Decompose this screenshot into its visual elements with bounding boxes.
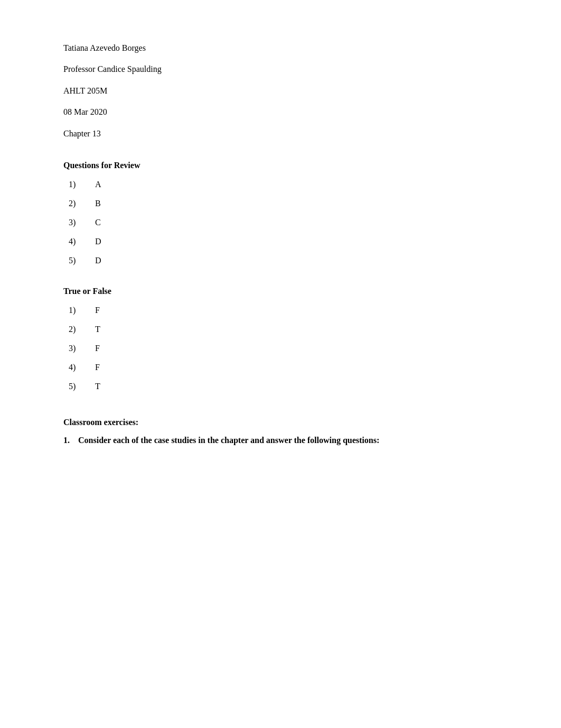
answer-value: F [95, 344, 100, 353]
answer-value: F [95, 306, 100, 315]
answer-value: A [95, 180, 101, 189]
answer-number: 4) [69, 237, 95, 246]
list-item: 1) F [69, 306, 508, 315]
answer-number: 1) [69, 306, 95, 315]
student-name: Tatiana Azevedo Borges [63, 42, 508, 54]
exercise-number: 1. [63, 436, 78, 445]
true-or-false-title: True or False [63, 287, 508, 296]
chapter: Chapter 13 [63, 128, 508, 140]
answer-number: 2) [69, 199, 95, 208]
list-item: 3) F [69, 344, 508, 353]
questions-for-review-list: 1) A 2) B 3) C 4) D 5) D [69, 180, 508, 265]
date: 08 Mar 2020 [63, 106, 508, 118]
answer-number: 4) [69, 363, 95, 372]
classroom-exercises-section: Classroom exercises: 1. Consider each of… [63, 418, 508, 445]
answer-value: T [95, 325, 100, 334]
list-item: 4) F [69, 363, 508, 372]
page-content: Tatiana Azevedo Borges Professor Candice… [0, 0, 561, 728]
answer-value: C [95, 218, 101, 227]
answer-number: 3) [69, 218, 95, 227]
answer-number: 2) [69, 325, 95, 334]
true-or-false-list: 1) F 2) T 3) F 4) F 5) T [69, 306, 508, 391]
answer-value: D [95, 256, 101, 265]
professor-name: Professor Candice Spaulding [63, 63, 508, 75]
list-item: 2) T [69, 325, 508, 334]
answer-value: T [95, 382, 100, 391]
list-item: 3) C [69, 218, 508, 227]
answer-value: F [95, 363, 100, 372]
answer-number: 3) [69, 344, 95, 353]
classroom-exercises-title: Classroom exercises: [63, 418, 508, 427]
true-or-false-section: True or False 1) F 2) T 3) F 4) F 5) T [63, 287, 508, 391]
questions-for-review-title: Questions for Review [63, 161, 508, 170]
list-item: 4) D [69, 237, 508, 246]
answer-number: 5) [69, 382, 95, 391]
answer-number: 1) [69, 180, 95, 189]
answer-value: B [95, 199, 101, 208]
answer-value: D [95, 237, 101, 246]
list-item: 5) D [69, 256, 508, 265]
exercise-text: Consider each of the case studies in the… [78, 436, 379, 445]
course-code: AHLT 205M [63, 85, 508, 97]
list-item: 2) B [69, 199, 508, 208]
list-item: 5) T [69, 382, 508, 391]
questions-for-review-section: Questions for Review 1) A 2) B 3) C 4) D… [63, 161, 508, 265]
answer-number: 5) [69, 256, 95, 265]
list-item: 1) A [69, 180, 508, 189]
exercise-item: 1. Consider each of the case studies in … [63, 436, 508, 445]
header-block: Tatiana Azevedo Borges Professor Candice… [63, 42, 508, 140]
